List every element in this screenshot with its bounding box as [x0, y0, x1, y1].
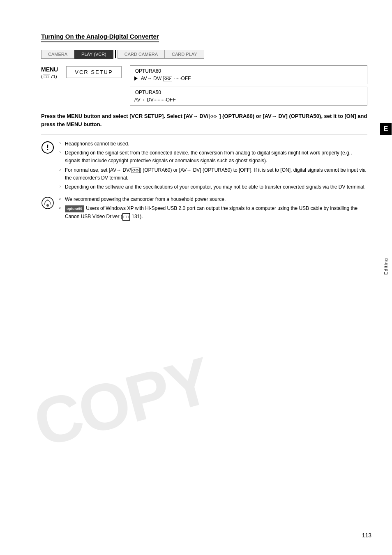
mode-tabs-row: CAMERA PLAY (VCR) CARD CAMERA CARD PLAY: [41, 50, 367, 59]
tab-card-play[interactable]: CARD PLAY: [165, 50, 204, 59]
tab-camera[interactable]: CAMERA: [41, 50, 74, 59]
optura60-block: OPTURA60 AV→ DV/ ⟳⟳ ·····OFF: [130, 65, 367, 84]
section-divider: [41, 134, 367, 134]
menu-label: MENU (□□71): [41, 66, 58, 79]
warning-icon: !: [41, 141, 54, 154]
warning-item-3: For normal use, set [AV→ DV/⟳⟳] (OPTURA6…: [58, 166, 367, 182]
warning-item-2: Depending on the signal sent from the co…: [58, 149, 367, 165]
svg-point-3: [46, 204, 49, 207]
warning-item-4: Depending on the software and the specif…: [58, 183, 367, 191]
tip-note-block: We recommend powering the camcorder from…: [41, 196, 367, 222]
warning-note-content: Headphones cannot be used. Depending on …: [58, 140, 367, 192]
optura60-setting: AV→ DV/ ⟳⟳ ·····OFF: [141, 76, 191, 81]
optura60-label: OPTURA60: [134, 68, 363, 74]
optura50-label: OPTURA50: [134, 90, 363, 95]
editing-label: Editing: [383, 258, 388, 275]
play-arrow-icon: [134, 76, 138, 81]
menu-section: MENU (□□71) VCR SETUP OPTURA60 AV→ DV/ ⟳…: [41, 65, 367, 106]
vcr-setup-box: VCR SETUP: [66, 66, 121, 78]
page-title: Turning On the Analog-Digital Converter: [41, 33, 159, 42]
menu-ref: (□□71): [41, 74, 57, 79]
tip-note-content: We recommend powering the camcorder from…: [58, 196, 367, 222]
optura-settings: OPTURA60 AV→ DV/ ⟳⟳ ·····OFF OPTURA50 AV…: [130, 65, 367, 106]
optura60-setting-row: AV→ DV/ ⟳⟳ ·····OFF: [134, 76, 363, 81]
svg-point-2: [42, 197, 53, 209]
warning-note-block: ! Headphones cannot be used. Depending o…: [41, 140, 367, 192]
e-badge: E: [380, 123, 392, 135]
svg-text:!: !: [46, 143, 49, 152]
tab-separator: [115, 50, 116, 58]
optura50-setting-row: AV→ DV·········OFF: [134, 97, 363, 103]
press-note: Press the MENU button and select [VCR SE…: [41, 112, 367, 128]
tip-item-1: We recommend powering the camcorder from…: [58, 196, 367, 203]
warning-item-1: Headphones cannot be used.: [58, 140, 367, 148]
optura60-badge: optura60: [65, 205, 84, 212]
tip-item-2: optura60 Users of Windows XP with Hi-Spe…: [58, 205, 367, 220]
optura50-block: OPTURA50 AV→ DV·········OFF: [130, 87, 367, 106]
page-number: 113: [362, 532, 371, 539]
optura50-setting: AV→ DV·········OFF: [134, 97, 176, 103]
copy-watermark: COPY: [26, 343, 218, 462]
tip-icon: [41, 196, 54, 210]
tab-card-camera[interactable]: CARD CAMERA: [118, 50, 165, 59]
notes-section: ! Headphones cannot be used. Depending o…: [41, 140, 367, 222]
tab-play-vcr[interactable]: PLAY (VCR): [74, 50, 113, 59]
